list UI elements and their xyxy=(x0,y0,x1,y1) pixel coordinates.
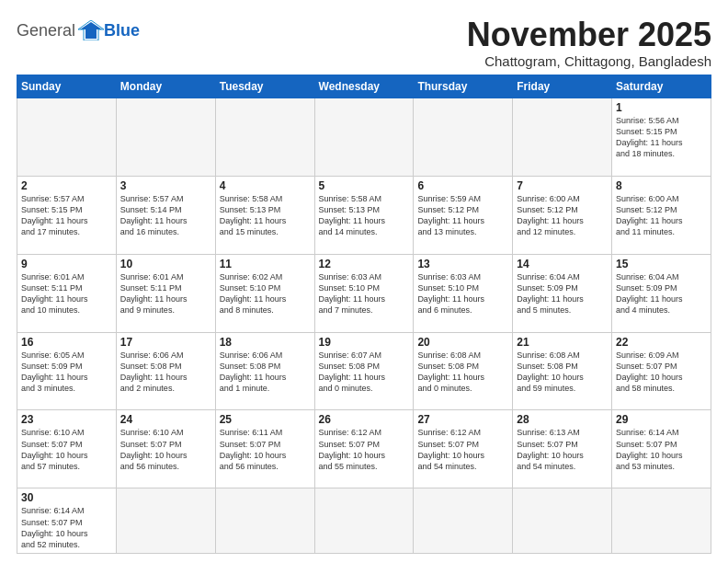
calendar-cell: 10Sunrise: 6:01 AM Sunset: 5:11 PM Dayli… xyxy=(116,254,215,332)
calendar-cell xyxy=(17,98,117,176)
day-info: Sunrise: 5:58 AM Sunset: 5:13 PM Dayligh… xyxy=(319,193,410,238)
day-info: Sunrise: 6:06 AM Sunset: 5:08 PM Dayligh… xyxy=(220,350,311,395)
calendar-cell: 24Sunrise: 6:10 AM Sunset: 5:07 PM Dayli… xyxy=(116,410,215,488)
day-number: 2 xyxy=(21,179,112,192)
day-number: 7 xyxy=(517,179,608,192)
day-number: 3 xyxy=(120,179,211,192)
day-number: 8 xyxy=(616,179,707,192)
day-info: Sunrise: 6:14 AM Sunset: 5:07 PM Dayligh… xyxy=(21,505,112,550)
calendar-cell: 30Sunrise: 6:14 AM Sunset: 5:07 PM Dayli… xyxy=(17,488,117,554)
day-number: 10 xyxy=(120,258,211,270)
day-info: Sunrise: 6:03 AM Sunset: 5:10 PM Dayligh… xyxy=(417,271,508,316)
day-number: 4 xyxy=(220,179,311,192)
day-info: Sunrise: 6:13 AM Sunset: 5:07 PM Dayligh… xyxy=(517,427,608,472)
calendar-cell xyxy=(215,488,314,554)
calendar-cell: 23Sunrise: 6:10 AM Sunset: 5:07 PM Dayli… xyxy=(17,410,117,488)
day-number: 23 xyxy=(21,413,112,426)
day-info: Sunrise: 5:58 AM Sunset: 5:13 PM Dayligh… xyxy=(220,193,311,238)
calendar-cell: 20Sunrise: 6:08 AM Sunset: 5:08 PM Dayli… xyxy=(414,332,513,410)
day-info: Sunrise: 6:10 AM Sunset: 5:07 PM Dayligh… xyxy=(120,427,211,472)
day-info: Sunrise: 6:14 AM Sunset: 5:07 PM Dayligh… xyxy=(616,427,707,472)
calendar-cell: 12Sunrise: 6:03 AM Sunset: 5:10 PM Dayli… xyxy=(314,254,414,332)
day-info: Sunrise: 6:07 AM Sunset: 5:08 PM Dayligh… xyxy=(319,350,410,395)
day-info: Sunrise: 5:56 AM Sunset: 5:15 PM Dayligh… xyxy=(616,115,707,160)
day-info: Sunrise: 6:01 AM Sunset: 5:11 PM Dayligh… xyxy=(21,271,112,316)
weekday-header-row: SundayMondayTuesdayWednesdayThursdayFrid… xyxy=(17,75,711,98)
day-number: 19 xyxy=(319,336,410,349)
calendar-cell: 5Sunrise: 5:58 AM Sunset: 5:13 PM Daylig… xyxy=(314,176,414,254)
weekday-header-monday: Monday xyxy=(116,75,215,98)
calendar-cell: 27Sunrise: 6:12 AM Sunset: 5:07 PM Dayli… xyxy=(414,410,513,488)
day-info: Sunrise: 6:08 AM Sunset: 5:08 PM Dayligh… xyxy=(417,350,508,395)
calendar-cell xyxy=(215,98,314,176)
day-info: Sunrise: 5:57 AM Sunset: 5:14 PM Dayligh… xyxy=(120,193,211,238)
calendar-cell: 14Sunrise: 6:04 AM Sunset: 5:09 PM Dayli… xyxy=(513,254,612,332)
day-number: 6 xyxy=(417,179,508,192)
page: General Blue November 2025 Chattogram, C… xyxy=(0,0,728,563)
day-number: 5 xyxy=(319,179,410,192)
day-number: 16 xyxy=(21,336,112,349)
day-info: Sunrise: 6:04 AM Sunset: 5:09 PM Dayligh… xyxy=(517,271,608,316)
day-info: Sunrise: 6:00 AM Sunset: 5:12 PM Dayligh… xyxy=(517,193,608,238)
day-info: Sunrise: 6:00 AM Sunset: 5:12 PM Dayligh… xyxy=(616,193,707,238)
calendar-cell: 19Sunrise: 6:07 AM Sunset: 5:08 PM Dayli… xyxy=(314,332,414,410)
month-title: November 2025 xyxy=(467,17,711,53)
day-number: 24 xyxy=(120,413,211,426)
calendar-cell xyxy=(116,98,215,176)
logo-text: General Blue xyxy=(17,20,140,40)
weekday-header-saturday: Saturday xyxy=(612,75,711,98)
calendar-cell xyxy=(414,488,513,554)
logo: General Blue xyxy=(17,20,140,40)
day-number: 12 xyxy=(319,258,410,270)
day-info: Sunrise: 6:11 AM Sunset: 5:07 PM Dayligh… xyxy=(220,427,311,472)
calendar-cell xyxy=(116,488,215,554)
calendar-week-row: 2Sunrise: 5:57 AM Sunset: 5:15 PM Daylig… xyxy=(17,176,711,254)
weekday-header-friday: Friday xyxy=(513,75,612,98)
day-number: 18 xyxy=(220,336,311,349)
day-number: 11 xyxy=(220,258,311,270)
day-info: Sunrise: 6:10 AM Sunset: 5:07 PM Dayligh… xyxy=(21,427,112,472)
day-info: Sunrise: 6:05 AM Sunset: 5:09 PM Dayligh… xyxy=(21,350,112,395)
calendar-cell: 6Sunrise: 5:59 AM Sunset: 5:12 PM Daylig… xyxy=(414,176,513,254)
calendar-cell: 7Sunrise: 6:00 AM Sunset: 5:12 PM Daylig… xyxy=(513,176,612,254)
weekday-header-sunday: Sunday xyxy=(17,75,117,98)
calendar-week-row: 16Sunrise: 6:05 AM Sunset: 5:09 PM Dayli… xyxy=(17,332,711,410)
day-number: 27 xyxy=(417,413,508,426)
day-number: 15 xyxy=(616,258,707,270)
title-area: November 2025 Chattogram, Chittagong, Ba… xyxy=(467,17,711,69)
day-info: Sunrise: 6:09 AM Sunset: 5:07 PM Dayligh… xyxy=(616,350,707,395)
day-number: 30 xyxy=(21,491,112,504)
calendar-cell xyxy=(414,98,513,176)
calendar-cell: 25Sunrise: 6:11 AM Sunset: 5:07 PM Dayli… xyxy=(215,410,314,488)
day-number: 21 xyxy=(517,336,608,349)
calendar-cell: 11Sunrise: 6:02 AM Sunset: 5:10 PM Dayli… xyxy=(215,254,314,332)
location-text: Chattogram, Chittagong, Bangladesh xyxy=(467,53,711,69)
logo-icon xyxy=(78,20,104,40)
day-info: Sunrise: 6:12 AM Sunset: 5:07 PM Dayligh… xyxy=(319,427,410,472)
calendar-cell: 13Sunrise: 6:03 AM Sunset: 5:10 PM Dayli… xyxy=(414,254,513,332)
calendar-table: SundayMondayTuesdayWednesdayThursdayFrid… xyxy=(17,75,711,554)
day-number: 29 xyxy=(616,413,707,426)
day-info: Sunrise: 5:57 AM Sunset: 5:15 PM Dayligh… xyxy=(21,193,112,238)
day-info: Sunrise: 6:03 AM Sunset: 5:10 PM Dayligh… xyxy=(319,271,410,316)
weekday-header-wednesday: Wednesday xyxy=(314,75,414,98)
calendar-cell: 4Sunrise: 5:58 AM Sunset: 5:13 PM Daylig… xyxy=(215,176,314,254)
calendar-cell: 15Sunrise: 6:04 AM Sunset: 5:09 PM Dayli… xyxy=(612,254,711,332)
day-info: Sunrise: 6:06 AM Sunset: 5:08 PM Dayligh… xyxy=(120,350,211,395)
calendar-cell: 26Sunrise: 6:12 AM Sunset: 5:07 PM Dayli… xyxy=(314,410,414,488)
day-number: 22 xyxy=(616,336,707,349)
calendar-cell: 8Sunrise: 6:00 AM Sunset: 5:12 PM Daylig… xyxy=(612,176,711,254)
day-info: Sunrise: 6:08 AM Sunset: 5:08 PM Dayligh… xyxy=(517,350,608,395)
day-info: Sunrise: 6:04 AM Sunset: 5:09 PM Dayligh… xyxy=(616,271,707,316)
calendar-cell: 9Sunrise: 6:01 AM Sunset: 5:11 PM Daylig… xyxy=(17,254,117,332)
calendar-cell: 3Sunrise: 5:57 AM Sunset: 5:14 PM Daylig… xyxy=(116,176,215,254)
weekday-header-thursday: Thursday xyxy=(414,75,513,98)
day-info: Sunrise: 5:59 AM Sunset: 5:12 PM Dayligh… xyxy=(417,193,508,238)
logo-general-text: General xyxy=(17,22,75,39)
calendar-week-row: 9Sunrise: 6:01 AM Sunset: 5:11 PM Daylig… xyxy=(17,254,711,332)
calendar-cell: 21Sunrise: 6:08 AM Sunset: 5:08 PM Dayli… xyxy=(513,332,612,410)
calendar-week-row: 30Sunrise: 6:14 AM Sunset: 5:07 PM Dayli… xyxy=(17,488,711,554)
calendar-cell: 17Sunrise: 6:06 AM Sunset: 5:08 PM Dayli… xyxy=(116,332,215,410)
header: General Blue November 2025 Chattogram, C… xyxy=(17,17,711,69)
calendar-week-row: 23Sunrise: 6:10 AM Sunset: 5:07 PM Dayli… xyxy=(17,410,711,488)
